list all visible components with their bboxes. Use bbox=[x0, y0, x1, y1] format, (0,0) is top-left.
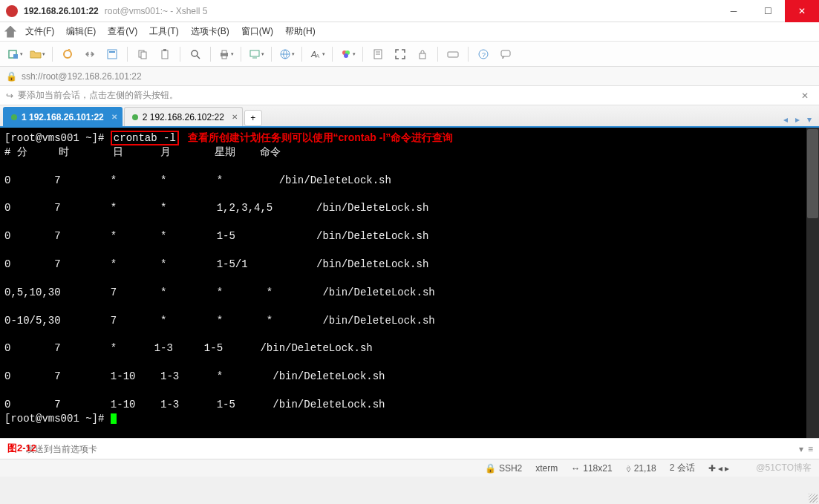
svg-rect-7 bbox=[162, 50, 168, 59]
tab-session-2[interactable]: 2 192.168.26.102:22 ✕ bbox=[124, 107, 243, 126]
keyboard-button[interactable] bbox=[443, 45, 463, 64]
toolbar: ▾ ▾ ▾ ▾ ▾ AA▾ ▾ ? bbox=[0, 42, 819, 67]
fullscreen-button[interactable] bbox=[390, 45, 411, 64]
status-nav[interactable]: ✚ ◂ ▸ bbox=[708, 463, 730, 474]
terminal-output[interactable]: [root@vms001 ~]# crontab -l 查看所创建计划任务则可以… bbox=[0, 128, 819, 438]
svg-point-9 bbox=[192, 50, 198, 56]
crontab-row: 0 7 * * 1,2,3,4,5 /bin/DeleteLock.sh bbox=[4, 202, 428, 214]
maximize-button[interactable]: ☐ bbox=[751, 0, 785, 22]
script-button[interactable] bbox=[368, 45, 388, 64]
status-dot-icon bbox=[11, 114, 17, 120]
address-bar[interactable]: 🔒 ssh://root@192.168.26.101:22 bbox=[0, 67, 819, 86]
status-cursor: ⎀ 21,18 bbox=[626, 463, 656, 474]
menu-tabs[interactable]: 选项卡(B) bbox=[185, 22, 235, 41]
svg-rect-25 bbox=[448, 52, 458, 57]
terminal-scrollbar[interactable] bbox=[806, 128, 819, 438]
window-titlebar: 192.168.26.101:22 root@vms001:~ - Xshell… bbox=[0, 0, 819, 22]
svg-rect-24 bbox=[420, 53, 425, 59]
menu-help[interactable]: 帮助(H) bbox=[279, 22, 322, 41]
hint-close-button[interactable]: ✕ bbox=[797, 89, 813, 102]
new-session-button[interactable]: ▾ bbox=[4, 45, 25, 64]
annotation-text: 查看所创建计划任务则可以使用“crontab -l”命令进行查询 bbox=[179, 131, 453, 143]
hint-bar: ↪ 要添加当前会话，点击左侧的箭头按钮。 ✕ bbox=[0, 86, 819, 105]
lock-icon: 🔒 bbox=[6, 71, 17, 82]
chat-button[interactable] bbox=[495, 45, 516, 64]
font-button[interactable]: AA▾ bbox=[307, 45, 327, 64]
svg-rect-14 bbox=[250, 50, 259, 56]
svg-text:?: ? bbox=[482, 51, 486, 59]
title-subtitle: root@vms001:~ - Xshell 5 bbox=[105, 6, 208, 16]
tab-list-button[interactable]: ▾ bbox=[804, 113, 815, 126]
close-button[interactable]: ✕ bbox=[785, 0, 819, 22]
properties-button[interactable] bbox=[102, 45, 123, 64]
menu-tools[interactable]: 工具(T) bbox=[143, 22, 184, 41]
crontab-row: 0 7 * * 1-5/1 /bin/DeleteLock.sh bbox=[4, 258, 428, 270]
status-dot-icon bbox=[132, 114, 138, 120]
app-icon bbox=[6, 5, 18, 17]
paste-button[interactable] bbox=[154, 45, 175, 64]
address-url: ssh://root@192.168.26.101:22 bbox=[22, 71, 142, 82]
minimize-button[interactable]: ─ bbox=[717, 0, 751, 22]
lock-button[interactable] bbox=[412, 45, 433, 64]
crontab-header: # 分 时 日 月 星期 命令 bbox=[4, 146, 281, 158]
globe-button[interactable]: ▾ bbox=[276, 45, 297, 64]
menu-file[interactable]: 文件(F) bbox=[19, 22, 60, 41]
svg-rect-12 bbox=[222, 50, 226, 53]
find-button[interactable] bbox=[185, 45, 206, 64]
crontab-row: 0 7 * 1-3 1-5 /bin/DeleteLock.sh bbox=[4, 342, 373, 354]
xftp-button[interactable]: ▾ bbox=[246, 45, 267, 64]
color-button[interactable]: ▾ bbox=[337, 45, 358, 64]
help-button[interactable]: ? bbox=[473, 45, 494, 64]
svg-point-2 bbox=[64, 50, 71, 58]
tab-label: 2 192.168.26.102:22 bbox=[143, 112, 224, 122]
prompt: [root@vms001 ~]# bbox=[4, 413, 111, 425]
svg-rect-6 bbox=[141, 52, 146, 59]
svg-rect-4 bbox=[109, 51, 115, 53]
svg-line-10 bbox=[197, 56, 200, 59]
status-sessions: 2 会话 bbox=[670, 462, 695, 474]
tab-session-1[interactable]: 1 192.168.26.101:22 ✕ bbox=[3, 107, 123, 126]
status-proto: 🔒 SSH2 bbox=[485, 463, 522, 474]
tab-close-icon[interactable]: ✕ bbox=[232, 113, 238, 121]
title-host: 192.168.26.101:22 bbox=[24, 6, 99, 16]
command-highlight: crontab -l bbox=[111, 131, 179, 145]
status-term: xterm bbox=[535, 463, 558, 474]
crontab-row: 0 7 * * * /bin/DeleteLock.sh bbox=[4, 174, 391, 186]
tab-next-button[interactable]: ▸ bbox=[792, 113, 803, 126]
menu-bar: 文件(F) 编辑(E) 查看(V) 工具(T) 选项卡(B) 窗口(W) 帮助(… bbox=[0, 22, 819, 42]
home-icon[interactable] bbox=[4, 26, 16, 38]
tab-prev-button[interactable]: ◂ bbox=[780, 113, 791, 126]
compose-menu-button[interactable]: ≡ bbox=[808, 444, 813, 454]
menu-edit[interactable]: 编辑(E) bbox=[60, 22, 102, 41]
resize-handle[interactable] bbox=[809, 494, 818, 503]
crontab-row: 0,5,10,30 7 * * * /bin/DeleteLock.sh bbox=[4, 287, 435, 298]
svg-rect-30 bbox=[501, 50, 510, 56]
crontab-row: 0 7 * * 1-5 /bin/DeleteLock.sh bbox=[4, 230, 428, 242]
scrollbar-thumb[interactable] bbox=[807, 129, 818, 218]
compose-input[interactable] bbox=[6, 444, 794, 454]
compose-dropdown-button[interactable]: ▾ bbox=[799, 444, 803, 454]
tab-close-icon[interactable]: ✕ bbox=[111, 113, 117, 121]
disconnect-button[interactable] bbox=[79, 45, 100, 64]
copy-button[interactable] bbox=[132, 45, 153, 64]
open-button[interactable]: ▾ bbox=[27, 45, 48, 64]
print-button[interactable]: ▾ bbox=[215, 45, 236, 64]
svg-rect-13 bbox=[222, 56, 226, 59]
watermark: @51CTO博客 bbox=[756, 462, 812, 474]
crontab-row: 0 7 1-10 1-3 1-5 /bin/DeleteLock.sh bbox=[4, 399, 385, 410]
svg-rect-1 bbox=[13, 54, 18, 59]
menu-view[interactable]: 查看(V) bbox=[102, 22, 143, 41]
tab-bar: 1 192.168.26.101:22 ✕ 2 192.168.26.102:2… bbox=[0, 105, 819, 128]
crontab-row: 0 7 1-10 1-3 * /bin/DeleteLock.sh bbox=[4, 370, 385, 382]
svg-rect-8 bbox=[163, 49, 166, 51]
svg-rect-3 bbox=[108, 50, 117, 59]
status-size: ↔ 118x21 bbox=[571, 463, 612, 474]
bookmark-arrow-icon[interactable]: ↪ bbox=[6, 91, 13, 101]
tab-add-button[interactable]: + bbox=[244, 110, 262, 126]
svg-text:A: A bbox=[316, 53, 320, 59]
terminal-cursor bbox=[111, 413, 117, 424]
status-bar: 🔒 SSH2 xterm ↔ 118x21 ⎀ 21,18 2 会话 ✚ ◂ ▸… bbox=[0, 459, 819, 477]
reconnect-button[interactable] bbox=[57, 45, 78, 64]
menu-window[interactable]: 窗口(W) bbox=[235, 22, 279, 41]
compose-bar: 图2-12 ▾ ≡ bbox=[0, 438, 819, 459]
